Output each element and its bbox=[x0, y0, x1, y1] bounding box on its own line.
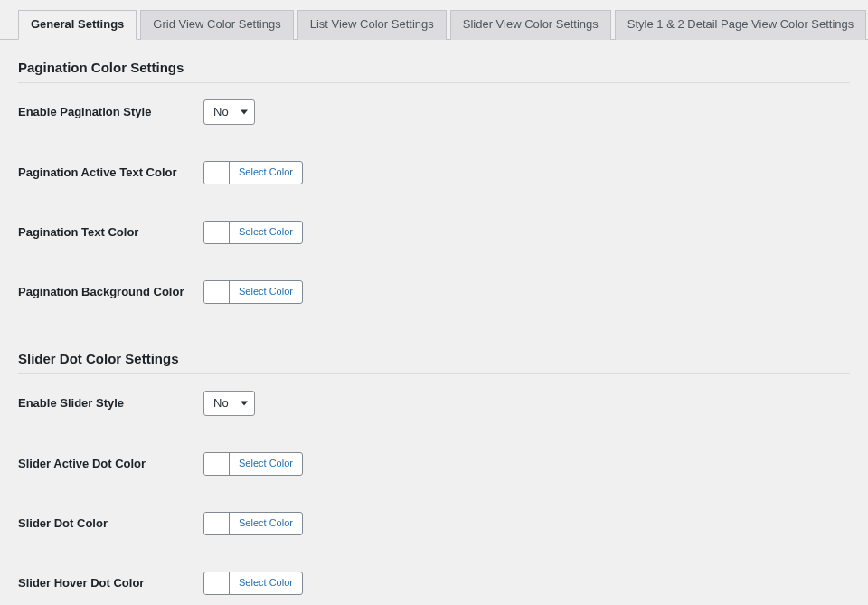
colorpicker-label: Select Color bbox=[230, 453, 302, 475]
row-slider-dot-color: Slider Dot Color Select Color bbox=[18, 512, 850, 535]
label-pagination-text-color: Pagination Text Color bbox=[18, 225, 203, 239]
colorpicker-slider-active-dot[interactable]: Select Color bbox=[203, 452, 303, 476]
row-enable-slider: Enable Slider Style No bbox=[18, 391, 850, 416]
colorpicker-pagination-text[interactable]: Select Color bbox=[203, 221, 303, 244]
colorpicker-pagination-active-text[interactable]: Select Color bbox=[203, 161, 303, 184]
color-swatch-icon bbox=[204, 453, 230, 475]
label-pagination-bg-color: Pagination Background Color bbox=[18, 285, 203, 298]
select-enable-slider[interactable]: No bbox=[203, 391, 255, 416]
section-pagination-title: Pagination Color Settings bbox=[18, 49, 850, 83]
select-enable-slider-wrap: No bbox=[203, 391, 255, 416]
tab-style-detail-page-color[interactable]: Style 1 & 2 Detail Page View Color Setti… bbox=[615, 10, 867, 40]
label-enable-slider: Enable Slider Style bbox=[18, 396, 203, 410]
color-swatch-icon bbox=[204, 222, 230, 243]
row-pagination-bg-color: Pagination Background Color Select Color bbox=[18, 280, 850, 304]
row-slider-active-dot-color: Slider Active Dot Color Select Color bbox=[18, 452, 850, 476]
row-slider-hover-dot-color: Slider Hover Dot Color Select Color bbox=[18, 572, 850, 595]
colorpicker-label: Select Color bbox=[230, 281, 302, 303]
label-slider-active-dot-color: Slider Active Dot Color bbox=[18, 457, 203, 470]
tab-slider-view-color[interactable]: Slider View Color Settings bbox=[450, 10, 611, 40]
colorpicker-slider-dot[interactable]: Select Color bbox=[203, 512, 303, 535]
label-enable-pagination: Enable Pagination Style bbox=[18, 105, 203, 118]
row-pagination-active-text-color: Pagination Active Text Color Select Colo… bbox=[18, 161, 850, 184]
colorpicker-label: Select Color bbox=[230, 513, 302, 534]
section-slider-title: Slider Dot Color Settings bbox=[18, 340, 850, 374]
select-enable-pagination[interactable]: No bbox=[203, 99, 255, 125]
tab-list-view-color[interactable]: List View Color Settings bbox=[297, 10, 447, 40]
colorpicker-slider-hover-dot[interactable]: Select Color bbox=[203, 572, 303, 595]
colorpicker-label: Select Color bbox=[230, 162, 302, 184]
colorpicker-label: Select Color bbox=[230, 572, 302, 594]
color-swatch-icon bbox=[204, 162, 230, 184]
label-pagination-active-text-color: Pagination Active Text Color bbox=[18, 165, 203, 179]
color-swatch-icon bbox=[204, 281, 230, 303]
label-slider-hover-dot-color: Slider Hover Dot Color bbox=[18, 576, 203, 590]
color-swatch-icon bbox=[204, 513, 230, 534]
label-slider-dot-color: Slider Dot Color bbox=[18, 516, 203, 530]
tab-grid-view-color[interactable]: Grid View Color Settings bbox=[140, 10, 293, 40]
row-pagination-text-color: Pagination Text Color Select Color bbox=[18, 221, 850, 244]
row-enable-pagination: Enable Pagination Style No bbox=[18, 99, 850, 125]
select-enable-pagination-wrap: No bbox=[203, 99, 255, 125]
color-swatch-icon bbox=[204, 572, 230, 594]
tabs-nav: General Settings Grid View Color Setting… bbox=[0, 0, 868, 40]
settings-content: Pagination Color Settings Enable Paginat… bbox=[0, 40, 868, 605]
tab-general-settings[interactable]: General Settings bbox=[18, 10, 137, 40]
colorpicker-label: Select Color bbox=[230, 222, 302, 243]
colorpicker-pagination-bg[interactable]: Select Color bbox=[203, 280, 303, 304]
